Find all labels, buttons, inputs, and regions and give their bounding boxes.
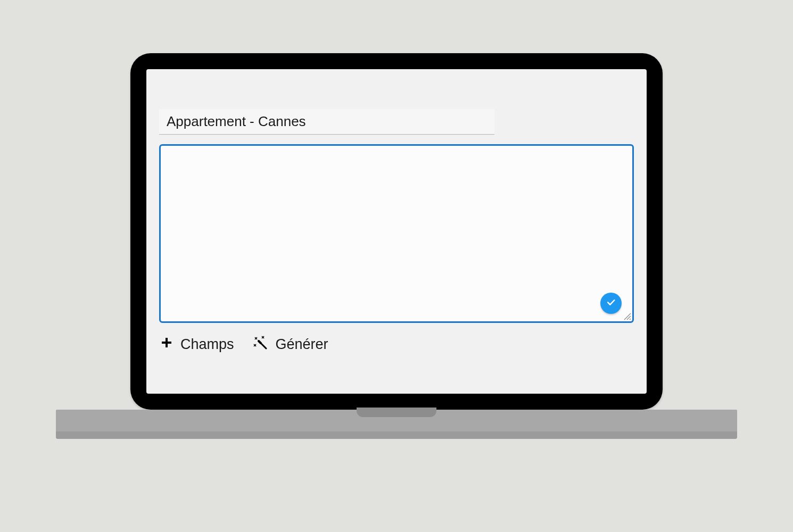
generer-label: Générer (276, 336, 328, 353)
confirm-button[interactable] (600, 293, 622, 314)
svg-line-2 (630, 319, 631, 320)
laptop-hinge (357, 408, 436, 417)
title-input[interactable] (159, 109, 494, 135)
generer-button[interactable]: Générer (252, 335, 328, 354)
laptop-mockup: Champs (130, 53, 663, 410)
check-icon (606, 297, 616, 310)
svg-line-6 (259, 341, 261, 343)
resize-handle-icon[interactable] (623, 312, 631, 320)
app-screen: Champs (146, 69, 647, 394)
champs-label: Champs (180, 336, 234, 353)
plus-icon (160, 336, 173, 353)
toolbar: Champs (159, 335, 634, 354)
laptop-screen-frame: Champs (130, 53, 663, 410)
content-textarea[interactable] (159, 144, 634, 323)
champs-button[interactable]: Champs (160, 336, 234, 353)
magic-wand-icon (252, 335, 268, 354)
